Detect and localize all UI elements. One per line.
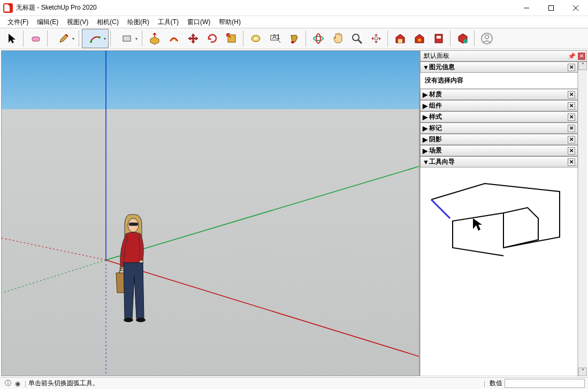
svg-point-6 — [98, 36, 101, 39]
menu-view[interactable]: 视图(V) — [63, 17, 93, 28]
section-close-button[interactable]: ✕ — [568, 136, 575, 143]
vcb-input[interactable] — [505, 379, 585, 388]
svg-point-18 — [375, 37, 378, 40]
scroll-down-button[interactable]: ˅ — [578, 368, 587, 376]
svg-rect-19 — [398, 39, 402, 43]
svg-point-37 — [136, 318, 146, 322]
menubar: 文件(F) 编辑(E) 视图(V) 相机(C) 绘图(R) 工具(T) 窗口(W… — [0, 16, 588, 28]
svg-point-36 — [124, 318, 133, 322]
svg-point-10 — [254, 37, 257, 40]
section-styles[interactable]: ▶样式✕ — [420, 111, 578, 123]
zoom-tool[interactable] — [347, 29, 366, 48]
svg-rect-4 — [32, 37, 40, 41]
tray-title[interactable]: 默认面板 📌 ✕ — [420, 50, 587, 62]
svg-point-5 — [90, 41, 92, 43]
menu-edit[interactable]: 编辑(E) — [33, 17, 63, 28]
help-icon[interactable]: ⓘ — [3, 379, 13, 388]
scale-figure — [114, 211, 157, 324]
svg-point-15 — [316, 34, 320, 43]
svg-rect-33 — [129, 223, 138, 226]
section-close-button[interactable]: ✕ — [568, 64, 575, 71]
svg-rect-22 — [437, 36, 441, 39]
warehouse-tool[interactable] — [391, 29, 410, 48]
svg-rect-7 — [123, 36, 131, 41]
svg-text:A1: A1 — [272, 33, 280, 41]
section-close-button[interactable]: ✕ — [568, 91, 575, 98]
svg-point-16 — [353, 34, 359, 41]
section-instructor[interactable]: ▼工具向导✕ — [420, 156, 578, 167]
section-shadows[interactable]: ▶阴影✕ — [420, 134, 578, 145]
svg-point-20 — [418, 39, 421, 42]
main-area: 默认面板 📌 ✕ ▼ 图元信息 ✕ 没有选择内容 ▶材质✕ — [0, 49, 588, 377]
text-tool[interactable]: A1 — [265, 29, 285, 48]
section-materials[interactable]: ▶材质✕ — [420, 89, 578, 100]
section-close-button[interactable]: ✕ — [568, 102, 575, 110]
eraser-tool[interactable] — [26, 29, 45, 48]
default-tray: 默认面板 📌 ✕ ▼ 图元信息 ✕ 没有选择内容 ▶材质✕ — [419, 50, 587, 376]
scale-tool[interactable] — [222, 29, 241, 48]
shape-tool[interactable] — [113, 29, 140, 48]
rotate-tool[interactable] — [203, 29, 222, 48]
move-tool[interactable] — [184, 29, 203, 48]
layout-tool[interactable] — [429, 29, 448, 48]
titlebar: 无标题 - SketchUp Pro 2020 — [0, 0, 588, 16]
status-hint: 单击箭头切换圆弧工具。 — [28, 379, 99, 388]
section-close-button[interactable]: ✕ — [568, 147, 575, 155]
entity-info-body: 没有选择内容 — [420, 73, 578, 89]
section-close-button[interactable]: ✕ — [568, 113, 575, 121]
instructor-body — [420, 167, 578, 376]
close-button[interactable] — [563, 0, 588, 16]
paint-tool[interactable] — [285, 29, 304, 48]
tray-close-button[interactable]: ✕ — [578, 52, 585, 60]
pin-icon[interactable]: 📌 — [568, 52, 576, 60]
svg-point-23 — [463, 39, 468, 43]
section-label: 图元信息 — [429, 63, 455, 72]
scroll-up-button[interactable]: ˄ — [578, 62, 587, 70]
section-components[interactable]: ▶组件✕ — [420, 100, 578, 111]
svg-point-14 — [314, 36, 323, 41]
geo-icon[interactable]: ◉ — [13, 380, 22, 387]
minimize-button[interactable] — [514, 0, 539, 16]
extension-manager-tool[interactable] — [453, 29, 472, 48]
menu-draw[interactable]: 绘图(R) — [123, 17, 154, 28]
zoom-extents-tool[interactable] — [366, 29, 386, 48]
pencil-tool[interactable] — [50, 29, 77, 48]
entity-info-text: 没有选择内容 — [425, 77, 463, 84]
tray-title-label: 默认面板 — [424, 51, 449, 60]
menu-window[interactable]: 窗口(W) — [183, 17, 215, 28]
extension-warehouse-tool[interactable] — [410, 29, 429, 48]
section-tags[interactable]: ▶标记✕ — [420, 123, 578, 134]
svg-point-25 — [485, 35, 489, 39]
svg-rect-1 — [549, 5, 554, 10]
vcb-label: 数值 — [490, 379, 502, 388]
app-icon — [3, 3, 13, 13]
arc-tool[interactable] — [82, 29, 109, 48]
tape-tool[interactable] — [246, 29, 265, 48]
window-title: 无标题 - SketchUp Pro 2020 — [16, 3, 97, 12]
menu-camera[interactable]: 相机(C) — [93, 17, 123, 28]
menu-tools[interactable]: 工具(T) — [154, 17, 183, 28]
svg-point-13 — [291, 41, 294, 43]
viewport-3d[interactable] — [1, 50, 419, 376]
expand-icon: ▼ — [423, 64, 429, 71]
svg-line-29 — [2, 260, 106, 293]
maximize-button[interactable] — [539, 0, 563, 16]
svg-line-17 — [358, 40, 362, 43]
svg-line-38 — [431, 200, 450, 218]
svg-line-31 — [2, 238, 106, 260]
pan-tool[interactable] — [328, 29, 347, 48]
offset-tool[interactable] — [164, 29, 184, 48]
user-account-tool[interactable] — [477, 29, 497, 48]
tray-scrollbar[interactable]: ˄ ˅ — [578, 62, 587, 376]
pushpull-tool[interactable] — [145, 29, 164, 48]
toolbar: A1 — [0, 28, 588, 49]
section-entity-info[interactable]: ▼ 图元信息 ✕ — [420, 62, 578, 73]
menu-file[interactable]: 文件(F) — [3, 17, 33, 28]
section-scenes[interactable]: ▶场景✕ — [420, 145, 578, 156]
menu-help[interactable]: 帮助(H) — [215, 17, 245, 28]
section-close-button[interactable]: ✕ — [568, 125, 575, 132]
statusbar: ⓘ ◉ | 单击箭头切换圆弧工具。 | 数值 — [0, 377, 588, 389]
section-close-button[interactable]: ✕ — [568, 158, 575, 166]
select-tool[interactable] — [2, 29, 21, 48]
orbit-tool[interactable] — [309, 29, 328, 48]
